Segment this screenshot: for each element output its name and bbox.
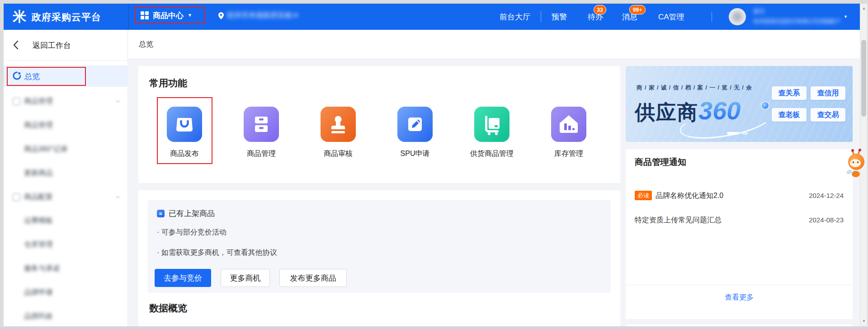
sidebar-group-label-blurred: 商品配置 [24,193,53,202]
scrollbar-thumb[interactable] [861,40,866,117]
onboarding-header-label: 已有上架商品 [169,208,215,219]
back-to-workbench[interactable]: 返回工作台 [4,30,128,60]
check-credit-button[interactable]: 查信用 [811,86,845,100]
grid-icon [141,11,149,19]
collapse-icon[interactable]: − [116,97,120,105]
pencil-icon [397,107,433,142]
sidebar-item-label-blurred: 品牌申请 [24,288,53,297]
sidebar-divider [4,60,128,61]
sidebar-item-blurred[interactable]: 服务与承诺 [4,263,128,274]
sidebar-group-label-blurred: 商品管理 [24,97,53,106]
join-bidding-button[interactable]: 去参与竞价 [155,269,211,287]
quick-action-spu-apply[interactable]: SPU申请 [397,107,433,142]
supplier-360-banner[interactable]: 商 / 家 / 诚 / 信 / 档 / 案 / 一 / 览 / 无 / 余 供应… [626,66,853,142]
window-frame [0,326,868,329]
platform-logo-icon: 米 [13,9,26,25]
nav-ca-management[interactable]: CA管理 [658,4,684,30]
quick-action-publish-product[interactable]: 商品发布 [167,107,202,142]
header-nav: 前台大厅 预警 待办 33 消息 99+ CA管理 [500,4,684,30]
app-switcher-product-center[interactable]: 商品中心 ▼ [135,7,205,24]
must-read-badge: 必读 [635,191,652,200]
banner-tagline: 商 / 家 / 诚 / 信 / 档 / 案 / 一 / 览 / 无 / 余 [637,84,752,92]
check-relations-button[interactable]: 查关系 [772,86,807,100]
quick-action-product-review[interactable]: 商品审核 [321,107,356,142]
quick-action-inventory-management[interactable]: 库存管理 [551,107,586,142]
overview-icon [13,71,21,82]
top-header-bar: 米 政府采购云平台 商品中心 ▼ 杭州市本级政府采购 ▾ 前台大厅 预警 待办 … [4,4,860,30]
check-transactions-button[interactable]: 查交易 [811,108,845,122]
sidebar-item-blurred[interactable]: 更新商品 [4,168,128,179]
view-more-link[interactable]: 查看更多 [626,293,853,302]
nav-todo[interactable]: 待办 33 [588,4,603,30]
sidebar-item-overview-label: 总览 [24,71,40,82]
sidebar-item-blurred[interactable]: 仓库管理 [4,240,128,250]
cabinet-icon [244,107,279,142]
nav-divider [541,11,541,22]
sidebar-item-label-blurred: 品牌列表 [24,312,53,321]
banner-title: 供应商360 [635,96,741,126]
quick-action-label: 库存管理 [554,149,583,159]
nav-front-hall[interactable]: 前台大厅 [500,4,530,30]
sidebar-item-blurred[interactable]: 运费模板 [4,216,128,226]
notice-row[interactable]: 必读 品牌名称优化通知2.0 2024-12-24 [626,191,853,202]
chevron-down-icon: ▼ [188,13,192,18]
sidebar-item-overview[interactable]: 总览 [4,66,128,87]
back-chevron-icon [13,40,19,52]
shopping-bag-mini-icon [157,210,165,217]
onboarding-bullet: · 如需获取更多商机，可查看其他协议 [157,248,277,258]
notice-date: 2024-12-24 [809,192,844,199]
cube-icon [13,193,20,201]
onboarding-card: 已有上架商品 · 可参与部分竞价活动 · 如需获取更多商机，可查看其他协议 去参… [138,190,620,326]
carousel-dot-active[interactable] [727,132,739,135]
back-to-workbench-label: 返回工作台 [33,40,71,51]
quick-action-supply-product-management[interactable]: 供货商品管理 [474,107,509,142]
onboarding-bullet: · 可参与部分竞价活动 [157,228,226,237]
sidebar-item-blurred[interactable]: 商品管理 [4,120,128,131]
publish-more-products-button[interactable]: 发布更多商品 [279,269,347,287]
quick-action-label: 商品审核 [324,149,353,159]
onboarding-buttons: 去参与竞价 更多商机 发布更多商品 [155,269,347,287]
quick-action-product-management[interactable]: 商品管理 [244,107,279,142]
collapse-icon[interactable]: − [116,193,120,201]
carousel-dot[interactable] [742,132,748,135]
nav-messages[interactable]: 消息 99+ [622,4,637,30]
sidebar-item-blurred[interactable]: 商品360°记录 [4,144,128,155]
breadcrumb: 总览 [139,40,153,49]
notice-row[interactable]: 特定资质上传常见问题汇总 2024-08-23 [626,215,853,226]
avatar[interactable] [729,8,746,25]
check-boss-button[interactable]: 查老板 [772,108,807,122]
globe-icon [762,102,769,109]
notices-divider [626,285,853,285]
message-count-badge: 99+ [629,5,646,14]
sidebar-item-label-blurred: 商品360°记录 [24,145,68,154]
cube-icon [13,98,20,105]
more-opportunities-button[interactable]: 更多商机 [221,269,270,287]
common-functions-card: 常用功能 商品发布 商品管理 商品审核 [138,66,620,183]
user-menu-chevron-icon[interactable]: ▼ [844,14,848,19]
sidebar-item-blurred[interactable]: 品牌申请 [4,287,128,298]
header-divider [128,4,129,30]
quick-action-label: 供货商品管理 [470,149,514,159]
scroll-up-icon[interactable]: ▲ [860,6,868,10]
location-label-blurred: 杭州市本级政府采购 ▾ [227,11,297,20]
nav-alerts[interactable]: 预警 [552,4,567,30]
sidebar-group-blurred[interactable]: 商品配置 − [4,192,128,203]
content-area: 常用功能 商品发布 商品管理 商品审核 [128,59,860,326]
app-switcher-label: 商品中心 [153,10,184,21]
onboarding-header: 已有上架商品 [157,208,215,219]
sidebar-item-label-blurred: 运费模板 [24,216,53,226]
onboarding-panel: 已有上架商品 · 可参与部分竞价活动 · 如需获取更多商机，可查看其他协议 去参… [148,200,611,293]
quick-action-label: SPU申请 [401,149,430,159]
sidebar-group-blurred[interactable]: 商品管理 − [4,96,128,107]
user-org-blurred: 杭州某某信息技术有限公司采购账户 [754,18,840,25]
sidebar-item-blurred[interactable]: 品牌列表 [4,311,128,322]
breadcrumb-bar: 总览 [128,30,860,59]
screen: 米 政府采购云平台 商品中心 ▼ 杭州市本级政府采购 ▾ 前台大厅 预警 待办 … [0,0,868,329]
sidebar: 返回工作台 总览 商品管理 − 商品管理 商品360°记录 更新商品 商品配置 … [4,30,128,326]
purchaser-location-selector[interactable]: 杭州市本级政府采购 ▾ [218,11,297,20]
user-name-blurred: 账号 [754,8,764,15]
shopping-bag-icon [167,107,202,142]
assistant-mascot-icon[interactable] [847,150,867,180]
stamp-icon [321,107,356,142]
scroll-down-icon[interactable]: ▼ [860,319,868,323]
